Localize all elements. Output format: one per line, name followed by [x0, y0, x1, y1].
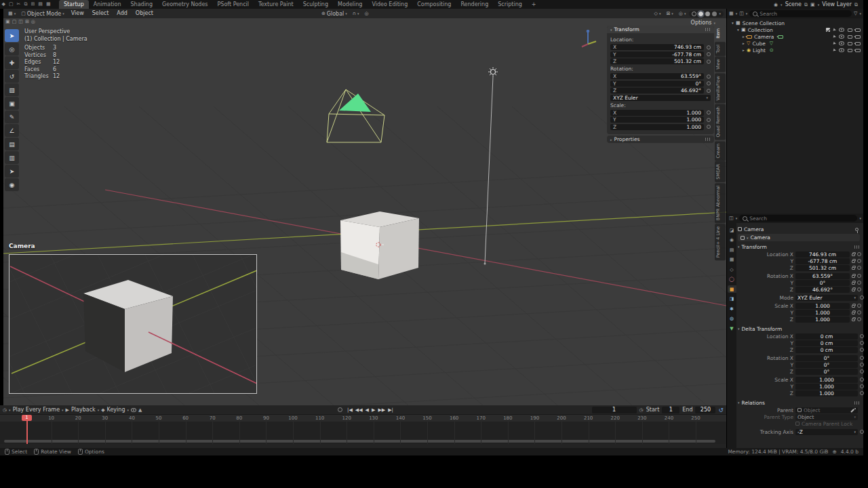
animate-decorator-icon[interactable] — [707, 52, 711, 56]
chevron-down-icon[interactable]: ▾ — [736, 216, 738, 220]
tab-render[interactable]: ◉ — [728, 237, 736, 244]
location-z-field[interactable]: 501.32 cm — [795, 265, 850, 271]
disable-render-icon[interactable] — [855, 49, 861, 52]
start-frame-field[interactable]: 1 — [662, 407, 679, 413]
camera-preview[interactable] — [9, 254, 257, 394]
animate-decorator-icon[interactable] — [860, 356, 864, 360]
tool-move[interactable]: ✚ — [5, 56, 19, 69]
jump-to-start-button[interactable]: |◀ — [347, 407, 353, 413]
animate-decorator-icon[interactable] — [707, 118, 711, 122]
expander-icon[interactable]: ▾ — [735, 28, 741, 32]
stopwatch-icon[interactable]: ◷ — [639, 407, 644, 413]
timeline-editor-icon[interactable]: ◷ — [3, 407, 7, 413]
lock-icon[interactable] — [852, 289, 855, 291]
lock-icon[interactable] — [852, 267, 855, 270]
outliner-mode-icon[interactable]: ◫ — [739, 11, 744, 16]
delta-location-y-field[interactable]: 0 cm — [795, 340, 858, 346]
cut-icon[interactable]: ✂ — [17, 0, 21, 9]
new-view-layer-icon[interactable]: ⧉ — [854, 2, 858, 7]
copy-icon[interactable]: ⧉ — [24, 0, 27, 9]
sidebar-tab-item[interactable]: Item — [715, 26, 726, 41]
delta-location-z-field[interactable]: 0 cm — [795, 347, 858, 353]
playhead-label[interactable]: 1 — [22, 415, 32, 421]
chevron-down-icon[interactable]: ▾ — [719, 12, 721, 16]
library-icon[interactable]: ▤ — [38, 0, 43, 9]
eyedropper-icon[interactable] — [850, 407, 856, 413]
tool-annotate[interactable]: ✎ — [5, 110, 19, 123]
lock-icon[interactable] — [852, 312, 855, 314]
sidebar-tab-smear[interactable]: SMEAR — [715, 161, 726, 182]
scale-x-field[interactable]: 1.000 — [795, 303, 850, 309]
outliner-row-camera[interactable]: ▸ Camera — [738, 33, 863, 40]
tab-startup[interactable]: Startup — [59, 0, 89, 9]
end-frame-field[interactable]: 250 — [695, 407, 715, 413]
scale-y-field[interactable]: 1.000 — [795, 310, 850, 316]
tool-cursor[interactable]: ◎ — [5, 43, 19, 56]
outliner-search-input[interactable]: Search — [749, 10, 852, 17]
selectable-icon[interactable] — [833, 35, 836, 39]
tab-scripting[interactable]: Scripting — [493, 0, 527, 9]
animate-decorator-icon[interactable] — [860, 296, 864, 300]
playhead-line[interactable] — [26, 421, 28, 444]
tab-output[interactable]: ▤ — [728, 246, 736, 253]
animate-decorator-icon[interactable] — [707, 60, 711, 64]
tool-select-lasso[interactable]: ➤ — [5, 165, 19, 178]
panel-grip-icon[interactable] — [705, 138, 711, 141]
tool-transform[interactable]: ▣ — [5, 97, 19, 110]
transform-orientation-selector[interactable]: ⊕ Global ▾ — [319, 11, 349, 17]
chevron-down-icon[interactable]: ▾ — [9, 408, 11, 412]
menu-object[interactable]: Object — [132, 9, 157, 18]
animate-decorator-icon[interactable] — [857, 274, 861, 278]
delta-scale-y-field[interactable]: 1.000 — [795, 384, 858, 390]
object-name-row[interactable]: ▾ Camera — [738, 234, 860, 241]
outliner-row-scene-collection[interactable]: ▾ ▦ Scene Collection — [727, 20, 863, 26]
tab-particles[interactable]: ✱ — [728, 305, 736, 312]
expander-icon[interactable]: ▸ — [741, 48, 747, 52]
delta-scale-z-field[interactable]: 1.000 — [795, 390, 858, 396]
scale-y-field[interactable]: Y1.000 — [610, 117, 704, 123]
hide-viewport-icon[interactable] — [839, 48, 844, 52]
scale-z-field[interactable]: Z1.000 — [610, 124, 704, 130]
disable-render-icon[interactable] — [855, 42, 861, 45]
shading-wireframe-button[interactable] — [692, 12, 696, 16]
tab-animation[interactable]: Animation — [89, 0, 126, 9]
shading-rendered-button[interactable] — [712, 12, 717, 16]
animate-decorator-icon[interactable] — [857, 252, 861, 256]
properties-panel-collapsed[interactable]: ▸ Properties — [607, 136, 714, 143]
sync-mode-dropdown[interactable]: Play Every Frame — [13, 407, 60, 413]
delta-transform-section-header[interactable]: ▾ Delta Transform — [738, 325, 860, 333]
lock-icon[interactable] — [852, 305, 855, 308]
disable-render-icon[interactable] — [855, 28, 861, 32]
hide-viewport-icon[interactable] — [839, 28, 844, 32]
overlays-toggle[interactable]: ◎ ▾ — [677, 11, 688, 16]
snap-toggle[interactable]: ∩ ▾ — [351, 11, 361, 16]
chevron-down-icon[interactable]: ▾ — [781, 3, 783, 7]
display-mode-icon[interactable]: ▦ — [729, 11, 734, 16]
select-new-icon[interactable]: ▢ — [12, 19, 17, 24]
animate-decorator-icon[interactable] — [707, 75, 711, 79]
proportional-edit-toggle[interactable]: ◎ — [362, 11, 370, 16]
tab-sculpting[interactable]: Sculpting — [298, 0, 333, 9]
animate-decorator-icon[interactable] — [857, 304, 861, 308]
lock-icon[interactable] — [852, 260, 855, 263]
disable-viewport-icon[interactable] — [848, 35, 852, 39]
collection-checkbox[interactable] — [826, 28, 830, 32]
chevron-down-icon[interactable]: ▾ — [736, 12, 738, 16]
previous-keyframe-button[interactable]: ◀◀ — [355, 407, 363, 413]
animate-decorator-icon[interactable] — [860, 348, 864, 352]
tool-measure[interactable]: ∠ — [5, 124, 19, 137]
location-y-field[interactable]: -677.78 cm — [795, 258, 850, 264]
rotation-x-field[interactable]: 63.559° — [795, 273, 850, 279]
select-extend-icon[interactable]: ◫ — [18, 19, 23, 24]
sidebar-tab-cream[interactable]: Cream — [715, 141, 726, 161]
animate-decorator-icon[interactable] — [857, 287, 861, 291]
play-button[interactable]: ▶ — [372, 407, 375, 413]
tab-object[interactable]: ■ — [728, 285, 736, 293]
sidebar-tab-tool[interactable]: Tool — [715, 42, 726, 56]
tab-modifiers[interactable]: ◨ — [728, 296, 736, 303]
outliner-row-light[interactable]: ▸ ◉ Light ⊙ — [738, 47, 863, 54]
animate-decorator-icon[interactable] — [707, 125, 711, 129]
animate-decorator-icon[interactable] — [860, 391, 864, 395]
tab-world[interactable]: ◯ — [728, 276, 736, 283]
filter-eye-icon[interactable] — [131, 408, 136, 412]
